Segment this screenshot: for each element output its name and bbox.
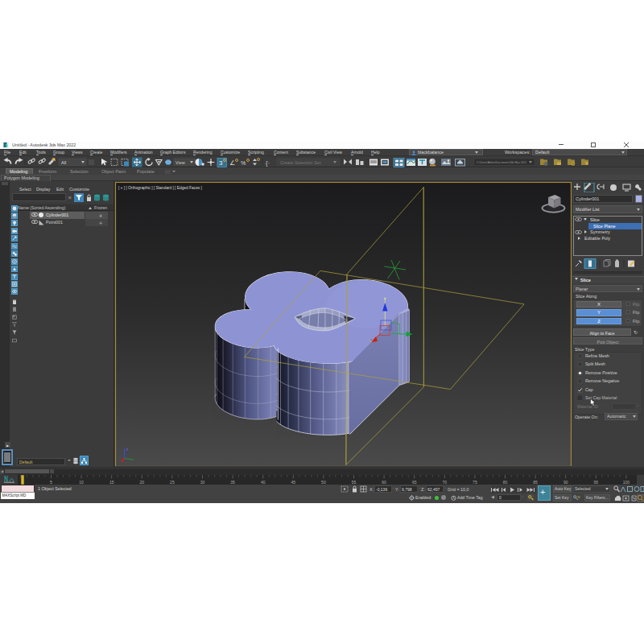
svg-text:3: 3 [219, 159, 223, 167]
svg-text:View: View [175, 159, 185, 164]
svg-text:All: All [61, 159, 66, 164]
svg-text:{·: {· [266, 159, 270, 166]
svg-text:∠: ∠ [229, 159, 235, 167]
svg-text:Create Selection Set: Create Selection Set [280, 159, 321, 164]
svg-text:%: % [241, 159, 246, 165]
svg-text:C:\Users\Admin\Documents\3ds M: C:\Users\Admin\Documents\3ds Max 2022 [477, 159, 526, 163]
svg-text:[ + ] [ Orthographic ] [ Stand: [ + ] [ Orthographic ] [ Standard ] [ Ed… [118, 184, 203, 189]
